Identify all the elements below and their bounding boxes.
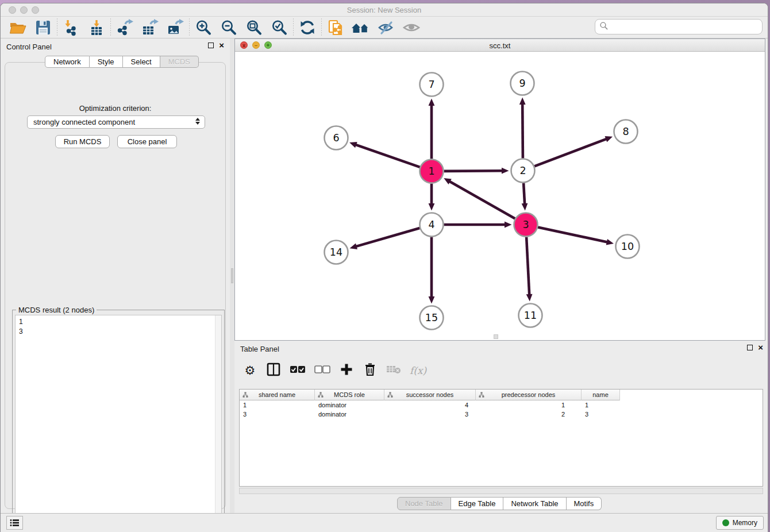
graph-edge-3-1[interactable] (444, 178, 515, 218)
graph-edge-2-9[interactable] (519, 98, 526, 159)
table-cell[interactable]: 3 (240, 410, 315, 419)
export-table-button[interactable] (137, 18, 163, 37)
graph-node-14[interactable]: 14 (325, 241, 348, 264)
table-cell[interactable]: 3 (582, 410, 620, 419)
graph-node-10[interactable]: 10 (616, 235, 640, 259)
control-panel-float-icon[interactable] (208, 43, 214, 48)
table-cell[interactable]: dominator (315, 400, 384, 410)
graph-edge-1-4[interactable] (429, 184, 435, 211)
hide-selected-button[interactable] (374, 18, 399, 37)
graph-node-8[interactable]: 8 (614, 120, 638, 144)
task-history-button[interactable] (6, 516, 23, 530)
show-column-panel-button[interactable] (266, 362, 281, 379)
table-cell[interactable]: 4 (384, 400, 476, 410)
network-resize-handle[interactable] (494, 334, 498, 339)
graph-edge-3-11[interactable] (526, 237, 533, 302)
graph-edge-2-3[interactable] (522, 183, 528, 211)
save-session-button[interactable] (30, 18, 56, 37)
tab-style[interactable]: Style (90, 56, 123, 68)
unselect-all-columns-button[interactable] (314, 362, 330, 379)
tab-motifs[interactable]: Motifs (567, 497, 602, 510)
tab-edge-table[interactable]: Edge Table (451, 497, 504, 510)
tab-select[interactable]: Select (123, 56, 160, 68)
network-graph[interactable]: 7968124314101511 (235, 52, 765, 340)
export-image-button[interactable] (163, 18, 188, 37)
control-panel-close-icon[interactable]: × (219, 43, 224, 48)
search-input[interactable] (609, 21, 762, 33)
zoom-in-button[interactable] (191, 18, 216, 37)
eye-show-icon (402, 19, 421, 36)
graph-node-7[interactable]: 7 (420, 73, 444, 97)
table-cell[interactable]: 1 (582, 400, 620, 410)
gear-icon: ⚙ (245, 364, 256, 377)
control-panel-title: Control Panel (6, 43, 52, 51)
export-table-icon (141, 19, 159, 36)
zoom-fit-icon (245, 19, 263, 36)
zoom-selected-icon (271, 19, 288, 36)
table-cell[interactable]: 2 (476, 410, 582, 419)
tab-node-table[interactable]: Node Table (397, 497, 451, 510)
table-options-button[interactable]: ⚙ (242, 362, 257, 379)
graph-node-9[interactable]: 9 (511, 72, 534, 95)
function-builder-button[interactable]: f(x) (410, 362, 426, 379)
network-canvas[interactable]: 7968124314101511 (235, 52, 765, 340)
graph-edge-4-14[interactable] (350, 228, 420, 249)
table-row[interactable]: 1dominator411 (240, 400, 620, 410)
close-panel-button[interactable]: Close panel (117, 135, 177, 148)
first-neighbors-button[interactable] (348, 18, 374, 37)
graph-node-3[interactable]: 3 (514, 213, 538, 237)
column-header-predecessor-nodes[interactable]: predecessor nodes (476, 390, 582, 400)
table-cell[interactable]: 1 (240, 400, 315, 410)
graph-node-15[interactable]: 15 (420, 306, 444, 330)
table-row[interactable]: 3dominator323 (240, 410, 620, 419)
select-all-columns-button[interactable] (290, 362, 306, 379)
create-column-button[interactable] (339, 362, 354, 379)
graph-node-1[interactable]: 1 (420, 160, 444, 183)
table-cell[interactable]: 3 (384, 410, 476, 419)
graph-edge-2-8[interactable] (534, 136, 613, 166)
tab-network[interactable]: Network (45, 56, 90, 68)
graph-edge-1-6[interactable] (349, 142, 420, 167)
houses-icon (351, 19, 371, 36)
graph-edge-4-3[interactable] (444, 222, 512, 228)
run-mcds-button[interactable]: Run MCDS (55, 135, 110, 148)
tab-network-table[interactable]: Network Table (503, 497, 566, 510)
splitter-grip[interactable] (231, 268, 233, 283)
new-network-from-selection-button[interactable] (323, 18, 348, 37)
zoom-fit-content-button[interactable] (241, 18, 267, 37)
import-table-button[interactable] (84, 18, 109, 37)
delete-table-button[interactable] (386, 362, 401, 379)
mcds-result-box[interactable]: 13 (15, 315, 222, 522)
table-panel-close-icon[interactable]: × (758, 345, 763, 350)
graph-edge-3-10[interactable] (538, 228, 614, 245)
graph-node-4[interactable]: 4 (420, 213, 444, 237)
graph-node-2[interactable]: 2 (511, 159, 535, 183)
graph-edge-4-15[interactable] (429, 237, 435, 304)
criterion-select[interactable]: strongly connected component (27, 115, 205, 129)
result-scrollbar[interactable] (215, 315, 221, 521)
graph-edge-1-7[interactable] (429, 99, 435, 159)
table-panel-float-icon[interactable] (747, 345, 753, 350)
delete-columns-button[interactable] (363, 362, 378, 379)
panel-splitter[interactable] (230, 38, 234, 514)
tab-mcds[interactable]: MCDS (160, 56, 199, 68)
open-session-button[interactable] (5, 18, 30, 37)
column-header-mcds-role[interactable]: MCDS role (315, 390, 384, 400)
column-header-shared-name[interactable]: shared name (240, 390, 315, 400)
zoom-out-button[interactable] (216, 18, 241, 37)
column-header-successor-nodes[interactable]: successor nodes (384, 390, 476, 400)
table-cell[interactable]: dominator (315, 410, 384, 419)
sort-hierarchy-icon (318, 392, 324, 399)
import-network-button[interactable] (59, 18, 84, 37)
memory-button[interactable]: Memory (716, 516, 764, 530)
apply-layout-button[interactable] (295, 18, 320, 37)
graph-edge-1-2[interactable] (444, 168, 509, 174)
column-header-name[interactable]: name (582, 390, 620, 400)
export-network-button[interactable] (112, 18, 137, 37)
show-all-button[interactable] (399, 18, 424, 37)
table-cell[interactable]: 1 (476, 400, 582, 410)
zoom-selected-region-button[interactable] (267, 18, 292, 37)
table-horizontal-scrollbar[interactable] (239, 488, 763, 494)
graph-node-6[interactable]: 6 (325, 126, 348, 150)
graph-node-11[interactable]: 11 (519, 304, 542, 327)
